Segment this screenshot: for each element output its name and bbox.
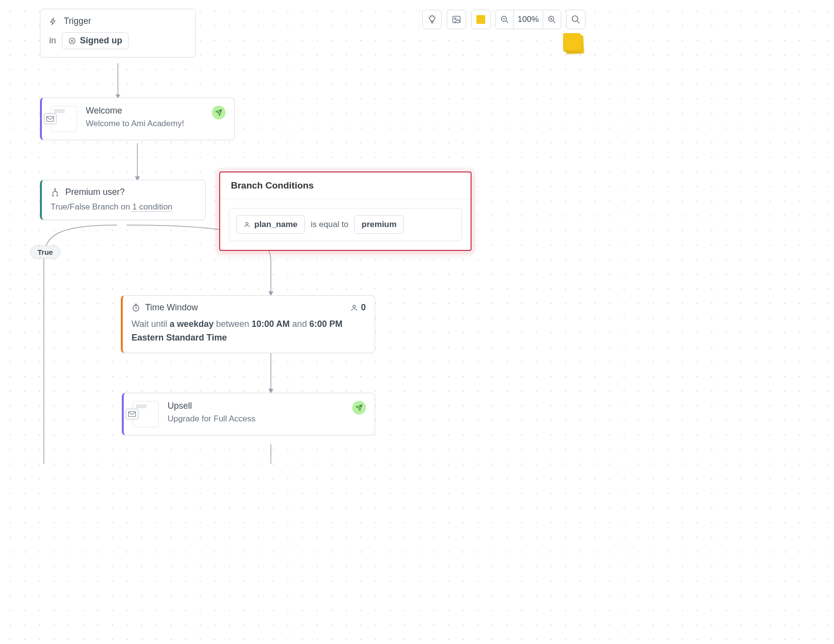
- zoom-control: 100%: [495, 10, 561, 29]
- sticky-note-icon: [476, 15, 485, 24]
- svg-rect-0: [453, 16, 460, 22]
- workflow-canvas[interactable]: 100%: [0, 0, 600, 464]
- zoom-out-icon: [500, 15, 509, 24]
- sticky-note-button[interactable]: [471, 10, 491, 29]
- condition-row: plan_name is equal to premium: [229, 208, 462, 241]
- branch-conditions-header: Branch Conditions: [220, 172, 471, 199]
- upsell-title: Upsell: [168, 401, 343, 411]
- condition-operator: is equal to: [311, 220, 349, 229]
- svg-rect-24: [129, 412, 136, 417]
- paper-plane-icon: [356, 404, 362, 411]
- envelope-icon: [126, 409, 138, 419]
- upsell-email-node[interactable]: Upsell Upgrade for Full Access: [122, 393, 375, 436]
- branch-conditions-popover: Branch Conditions plan_name is equal to …: [219, 171, 472, 251]
- zoom-in-icon: [548, 15, 556, 24]
- canvas-toolbar: 100%: [422, 10, 586, 29]
- condition-attribute-chip[interactable]: plan_name: [236, 215, 305, 234]
- search-icon: [571, 15, 581, 24]
- svg-point-4: [572, 16, 578, 22]
- branch-desc: True/False Branch on 1 condition: [51, 202, 196, 212]
- image-icon: [452, 15, 461, 24]
- lightbulb-icon: [427, 15, 437, 24]
- svg-point-20: [57, 195, 58, 196]
- sent-status-badge: [352, 401, 366, 415]
- svg-point-19: [53, 195, 54, 196]
- time-window-description: Wait until a weekday between 10:00 AM an…: [132, 318, 366, 345]
- svg-point-21: [246, 222, 248, 225]
- welcome-title: Welcome: [86, 106, 203, 116]
- paper-plane-icon: [215, 109, 222, 116]
- trigger-title: Trigger: [64, 16, 91, 26]
- trigger-event-chip[interactable]: Signed up: [62, 32, 129, 49]
- search-button[interactable]: [566, 10, 586, 29]
- trigger-node[interactable]: Trigger in Signed up: [40, 9, 196, 57]
- image-button[interactable]: [447, 10, 466, 29]
- clock-icon: [132, 303, 140, 312]
- branch-icon: [51, 188, 59, 197]
- branch-title: Premium user?: [65, 187, 125, 197]
- trigger-event-label: Signed up: [80, 36, 122, 46]
- envelope-icon: [44, 114, 57, 124]
- person-icon: [244, 221, 250, 228]
- zoom-level: 100%: [513, 10, 543, 29]
- person-icon: [350, 304, 358, 312]
- trigger-in-label: in: [49, 36, 56, 46]
- sticky-notes-stack[interactable]: [563, 33, 585, 55]
- upsell-subtitle: Upgrade for Full Access: [168, 414, 343, 424]
- tips-button[interactable]: [422, 10, 442, 29]
- svg-point-15: [69, 38, 75, 44]
- branch-condition-count: 1 condition: [133, 202, 172, 212]
- welcome-email-node[interactable]: Welcome Welcome to Ami Academy!: [40, 97, 235, 140]
- sent-status-badge: [212, 106, 226, 119]
- welcome-subtitle: Welcome to Ami Academy!: [86, 119, 203, 129]
- time-window-node[interactable]: Time Window 0 Wait until a weekday betwe…: [121, 295, 375, 353]
- time-window-person-count: 0: [350, 303, 366, 313]
- svg-rect-17: [47, 116, 54, 122]
- segment-icon: [68, 37, 76, 45]
- svg-point-16: [71, 40, 73, 42]
- svg-point-23: [353, 305, 355, 307]
- zoom-in-button[interactable]: [543, 10, 561, 29]
- branch-node[interactable]: Premium user? True/False Branch on 1 con…: [40, 180, 206, 220]
- time-window-title: Time Window: [145, 303, 198, 313]
- branch-true-label: True: [30, 246, 60, 259]
- lightning-icon: [49, 17, 57, 26]
- svg-point-1: [454, 18, 455, 19]
- condition-value-chip[interactable]: premium: [354, 215, 404, 234]
- zoom-out-button[interactable]: [496, 10, 513, 29]
